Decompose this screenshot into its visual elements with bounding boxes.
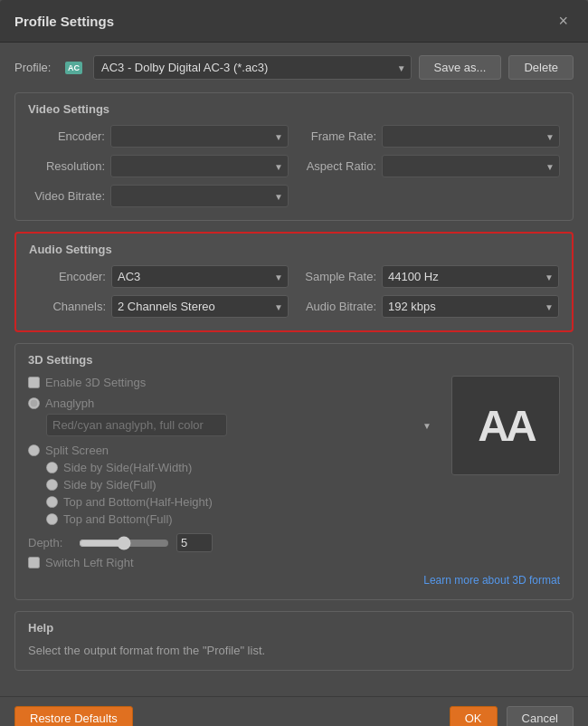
top-bottom-full-row: Top and Bottom(Full)	[46, 512, 437, 526]
video-settings-grid: Encoder: ▼ Frame Rate: ▼ Resolution:	[28, 125, 560, 207]
channels-label: Channels:	[29, 300, 106, 313]
aspect-ratio-row: Aspect Ratio: ▼	[299, 155, 560, 177]
profile-row: Profile: AC AC3 - Dolby Digital AC-3 (*.…	[14, 55, 574, 80]
aspect-ratio-label: Aspect Ratio:	[299, 159, 376, 173]
side-by-side-half-label: Side by Side(Half-Width)	[63, 461, 192, 474]
anaglyph-row: Anaglyph	[28, 396, 437, 410]
switch-left-right-checkbox[interactable]	[28, 557, 40, 568]
dialog-title: Profile Settings	[14, 14, 114, 29]
video-bitrate-select[interactable]	[110, 185, 289, 207]
learn-more-link[interactable]: Learn more about 3D format	[423, 574, 560, 587]
delete-button[interactable]: Delete	[508, 55, 574, 80]
audio-bitrate-select[interactable]: 192 kbps	[382, 295, 559, 318]
video-settings-title: Video Settings	[28, 102, 560, 116]
resolution-row: Resolution: ▼	[28, 155, 289, 177]
profile-select-wrapper: AC3 - Dolby Digital AC-3 (*.ac3) ▼	[93, 55, 412, 80]
anaglyph-arrow-icon: ▼	[422, 420, 432, 430]
top-bottom-half-row: Top and Bottom(Half-Height)	[46, 495, 437, 509]
enable-3d-row: Enable 3D Settings	[28, 376, 437, 389]
resolution-select-wrapper: ▼	[110, 155, 289, 177]
audio-settings-title: Audio Settings	[29, 243, 559, 256]
aa-preview-text: AA	[478, 401, 533, 451]
side-by-side-half-row: Side by Side(Half-Width)	[46, 461, 437, 474]
learn-more-row: Learn more about 3D format	[28, 573, 560, 587]
side-by-side-full-label: Side by Side(Full)	[63, 478, 156, 492]
encoder-label: Encoder:	[28, 129, 105, 143]
split-screen-options: Side by Side(Half-Width) Side by Side(Fu…	[46, 461, 437, 526]
frame-rate-select[interactable]	[382, 125, 560, 148]
side-by-side-half-radio[interactable]	[46, 462, 58, 473]
audio-encoder-label: Encoder:	[29, 270, 106, 283]
help-text: Select the output format from the "Profi…	[28, 644, 560, 657]
switch-left-right-row: Switch Left Right	[28, 556, 437, 569]
channels-select[interactable]: 2 Channels Stereo	[111, 295, 289, 318]
close-button[interactable]: ×	[553, 11, 574, 31]
resolution-select[interactable]	[110, 155, 289, 177]
video-settings-section: Video Settings Encoder: ▼ Frame Rate: ▼	[14, 92, 574, 221]
sample-rate-select-wrapper: 44100 Hz ▼	[382, 265, 559, 288]
split-screen-row: Split Screen	[28, 444, 437, 457]
anaglyph-type-select[interactable]: Red/cyan anaglyph, full color	[46, 414, 227, 436]
encoder-select-wrapper: ▼	[110, 125, 289, 148]
profile-label: Profile:	[14, 61, 58, 74]
encoder-row: Encoder: ▼	[28, 125, 289, 148]
enable-3d-checkbox[interactable]	[28, 377, 40, 388]
top-bottom-half-radio[interactable]	[46, 496, 58, 508]
profile-select[interactable]: AC3 - Dolby Digital AC-3 (*.ac3)	[93, 55, 412, 80]
three-d-settings-title: 3D Settings	[28, 353, 560, 367]
audio-bitrate-row: Audio Bitrate: 192 kbps ▼	[299, 295, 559, 318]
three-d-body: Enable 3D Settings Anaglyph Red/cyan ana…	[28, 376, 560, 569]
resolution-label: Resolution:	[28, 159, 105, 173]
help-section: Help Select the output format from the "…	[14, 611, 574, 671]
split-screen-label: Split Screen	[45, 444, 109, 457]
video-bitrate-label: Video Bitrate:	[28, 189, 105, 203]
top-bottom-full-radio[interactable]	[46, 513, 58, 525]
channels-row: Channels: 2 Channels Stereo ▼	[29, 295, 289, 318]
restore-defaults-button[interactable]: Restore Defaults	[14, 706, 133, 726]
audio-encoder-select[interactable]: AC3	[111, 265, 289, 288]
depth-label: Depth:	[28, 536, 71, 549]
profile-settings-dialog: Profile Settings × Profile: AC AC3 - Dol…	[0, 0, 588, 726]
three-d-settings-section: 3D Settings Enable 3D Settings Anaglyph …	[14, 343, 574, 600]
channels-select-wrapper: 2 Channels Stereo ▼	[111, 295, 289, 318]
video-bitrate-row: Video Bitrate: ▼	[28, 185, 289, 207]
sample-rate-label: Sample Rate:	[299, 270, 376, 283]
split-screen-radio[interactable]	[28, 444, 40, 456]
audio-bitrate-select-wrapper: 192 kbps ▼	[382, 295, 559, 318]
audio-bitrate-label: Audio Bitrate:	[299, 300, 376, 313]
top-bottom-half-label: Top and Bottom(Half-Height)	[63, 495, 213, 509]
aspect-ratio-select-wrapper: ▼	[382, 155, 560, 177]
footer-right: OK Cancel	[450, 706, 574, 726]
frame-rate-row: Frame Rate: ▼	[299, 125, 560, 148]
side-by-side-full-row: Side by Side(Full)	[46, 478, 437, 492]
depth-row: Depth:	[28, 533, 437, 552]
audio-encoder-row: Encoder: AC3 ▼	[29, 265, 289, 288]
video-encoder-select[interactable]	[110, 125, 289, 148]
audio-settings-section: Audio Settings Encoder: AC3 ▼ Sample Rat…	[14, 232, 574, 332]
enable-3d-label: Enable 3D Settings	[45, 376, 146, 389]
audio-encoder-select-wrapper: AC3 ▼	[111, 265, 289, 288]
ok-button[interactable]: OK	[450, 706, 498, 726]
frame-rate-select-wrapper: ▼	[382, 125, 560, 148]
cancel-button[interactable]: Cancel	[507, 706, 574, 726]
anaglyph-select-wrapper: Red/cyan anaglyph, full color ▼	[46, 414, 437, 436]
anaglyph-label: Anaglyph	[45, 396, 94, 410]
title-bar: Profile Settings ×	[0, 0, 588, 43]
save-as-button[interactable]: Save as...	[419, 55, 502, 80]
help-title: Help	[28, 621, 560, 635]
depth-input[interactable]	[176, 533, 213, 552]
sample-rate-select[interactable]: 44100 Hz	[382, 265, 559, 288]
dialog-footer: Restore Defaults OK Cancel	[0, 696, 588, 726]
video-bitrate-select-wrapper: ▼	[110, 185, 289, 207]
three-d-left: Enable 3D Settings Anaglyph Red/cyan ana…	[28, 376, 437, 569]
top-bottom-full-label: Top and Bottom(Full)	[63, 512, 173, 526]
dialog-body: Profile: AC AC3 - Dolby Digital AC-3 (*.…	[0, 43, 588, 696]
side-by-side-full-radio[interactable]	[46, 479, 58, 491]
depth-slider[interactable]	[79, 536, 169, 550]
aspect-ratio-select[interactable]	[382, 155, 560, 177]
anaglyph-radio[interactable]	[28, 397, 40, 409]
profile-icon: AC	[65, 62, 82, 74]
frame-rate-label: Frame Rate:	[299, 129, 376, 143]
audio-settings-grid: Encoder: AC3 ▼ Sample Rate: 44100 Hz	[29, 265, 559, 318]
switch-left-right-label: Switch Left Right	[45, 556, 134, 569]
